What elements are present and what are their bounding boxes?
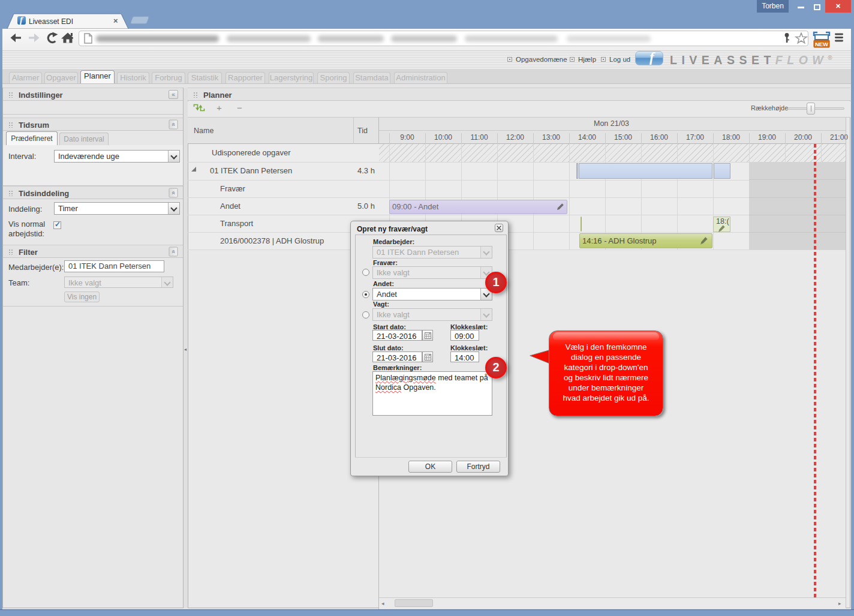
svg-text:NEW: NEW	[815, 41, 828, 47]
